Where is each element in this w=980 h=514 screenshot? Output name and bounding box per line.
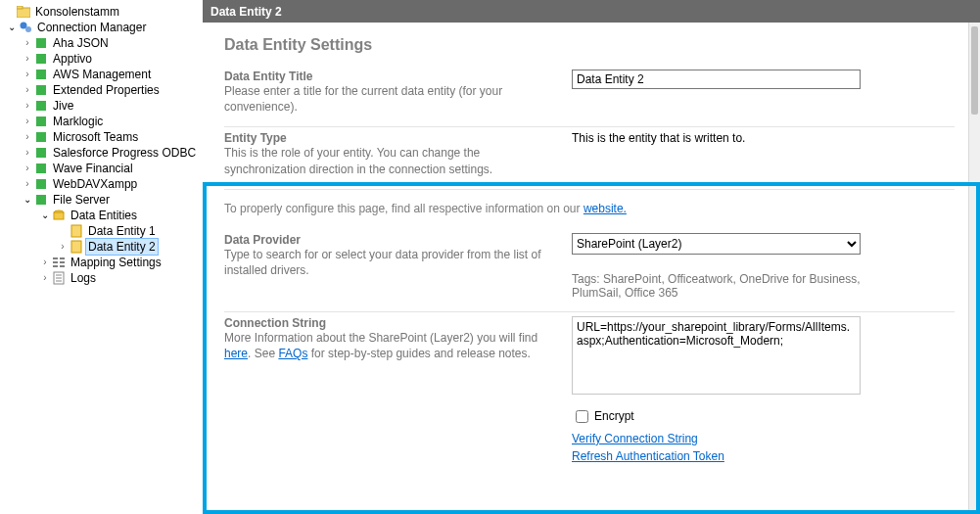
tree-item-label: Apptivo bbox=[51, 51, 92, 67]
puzzle-icon bbox=[33, 145, 49, 161]
faqs-link[interactable]: FAQs bbox=[278, 347, 307, 360]
tree-item-data-entities[interactable]: ⌄ Data Entities bbox=[2, 208, 203, 223]
svg-rect-9 bbox=[36, 117, 46, 126]
tree-item[interactable]: ›Salesforce Progress ODBC bbox=[2, 145, 203, 161]
svg-rect-8 bbox=[36, 101, 46, 111]
panel-title-bar: Data Entity 2 bbox=[203, 0, 980, 23]
entity-type-value: This is the entity that is written to. bbox=[572, 131, 745, 145]
expander-icon[interactable]: › bbox=[22, 129, 33, 145]
svg-rect-11 bbox=[36, 148, 46, 158]
field-connection-string: Connection String More Information about… bbox=[224, 312, 955, 475]
field-label: Connection String bbox=[224, 316, 556, 330]
svg-rect-16 bbox=[54, 212, 64, 219]
main-panel: Data Entity 2 Data Entity Settings Data … bbox=[203, 0, 980, 514]
panel-title: Data Entity 2 bbox=[210, 5, 282, 19]
tree-item[interactable]: ›Aha JSON bbox=[2, 35, 203, 51]
expander-icon[interactable]: ⌄ bbox=[39, 208, 51, 223]
info-text: To properly configure this page, find al… bbox=[224, 202, 583, 215]
tree-item[interactable]: ›Microsoft Teams bbox=[2, 129, 203, 145]
provider-tags: Tags: SharePoint, Officeatwork, OneDrive… bbox=[572, 272, 865, 300]
svg-rect-6 bbox=[36, 70, 46, 79]
tree-item-label: Aha JSON bbox=[51, 35, 109, 51]
desc-text: More Information about the SharePoint (L… bbox=[224, 331, 537, 345]
tree-item[interactable]: ›Marklogic bbox=[2, 114, 203, 129]
tree-item-logs[interactable]: › Logs bbox=[2, 270, 203, 286]
expander-icon[interactable]: › bbox=[22, 161, 33, 176]
tree-item-label: Data Entity 1 bbox=[86, 223, 156, 239]
expander-icon[interactable]: › bbox=[22, 67, 33, 82]
here-link[interactable]: here bbox=[224, 347, 248, 360]
entity-icon bbox=[69, 239, 84, 255]
expander-icon[interactable]: ⌄ bbox=[6, 20, 18, 35]
tree-item-file-server[interactable]: ⌄ File Server bbox=[2, 192, 203, 208]
tree-item-mapping-settings[interactable]: › Mapping Settings bbox=[2, 255, 203, 270]
puzzle-icon bbox=[33, 35, 49, 51]
puzzle-icon bbox=[33, 98, 49, 114]
tree-item-label: Microsoft Teams bbox=[51, 129, 138, 145]
tree-item-label: Jive bbox=[51, 98, 73, 114]
tree-item[interactable]: ›Jive bbox=[2, 98, 203, 114]
tree-item-label: Marklogic bbox=[51, 114, 103, 129]
tree-item[interactable]: ›WebDAVXampp bbox=[2, 176, 203, 192]
puzzle-icon bbox=[33, 67, 49, 82]
tree-item[interactable]: ›AWS Management bbox=[2, 67, 203, 82]
verify-connection-link[interactable]: Verify Connection String bbox=[572, 432, 698, 445]
puzzle-icon bbox=[33, 161, 49, 176]
tree-item-label: Extended Properties bbox=[51, 82, 160, 98]
expander-icon[interactable]: › bbox=[22, 98, 33, 114]
expander-icon[interactable]: › bbox=[22, 176, 33, 192]
entity-title-input[interactable] bbox=[572, 70, 861, 89]
mapping-icon bbox=[51, 255, 67, 270]
svg-rect-5 bbox=[36, 54, 46, 64]
desc-text: . See bbox=[248, 347, 278, 360]
puzzle-icon bbox=[33, 129, 49, 145]
field-data-provider: Data Provider Type to search for or sele… bbox=[224, 229, 955, 312]
tree-item[interactable]: ›Apptivo bbox=[2, 51, 203, 67]
field-data-entity-title: Data Entity Title Please enter a title f… bbox=[224, 66, 955, 127]
scrollbar[interactable] bbox=[968, 23, 980, 514]
puzzle-icon bbox=[33, 176, 49, 192]
entity-icon bbox=[69, 223, 84, 239]
section-title: Data Entity Settings bbox=[224, 36, 955, 54]
puzzle-icon bbox=[33, 51, 49, 67]
connection-string-textarea[interactable] bbox=[572, 316, 861, 395]
expander-icon[interactable]: › bbox=[39, 255, 51, 270]
svg-rect-4 bbox=[36, 38, 46, 48]
tree-item-data-entity-1[interactable]: Data Entity 1 bbox=[2, 223, 203, 239]
tree-item-connection-manager[interactable]: ⌄ Connection Manager bbox=[2, 20, 203, 35]
desc-text: for step-by-step guides and release note… bbox=[307, 347, 530, 360]
expander-icon[interactable]: › bbox=[22, 51, 33, 67]
website-link[interactable]: website. bbox=[583, 202, 627, 215]
expander-icon[interactable]: › bbox=[57, 239, 69, 255]
expander-icon[interactable]: ⌄ bbox=[22, 192, 33, 208]
expander-icon[interactable]: › bbox=[22, 114, 33, 129]
tree-item[interactable]: ›Wave Financial bbox=[2, 161, 203, 176]
encrypt-checkbox[interactable] bbox=[576, 410, 588, 423]
svg-rect-13 bbox=[36, 179, 46, 189]
svg-rect-17 bbox=[71, 225, 81, 237]
svg-rect-12 bbox=[36, 164, 46, 173]
field-description: Please enter a title for the current dat… bbox=[224, 83, 556, 115]
tree-item-label: Connection Manager bbox=[35, 20, 146, 35]
expander-icon[interactable]: › bbox=[22, 82, 33, 98]
tree-item-label: File Server bbox=[51, 192, 110, 208]
field-description: Type to search for or select your data p… bbox=[224, 247, 556, 278]
expander-icon[interactable]: › bbox=[22, 35, 33, 51]
tree-item-label: Mapping Settings bbox=[69, 255, 162, 270]
tree-item-label: Salesforce Progress ODBC bbox=[51, 145, 196, 161]
data-provider-select[interactable]: SharePoint (Layer2) bbox=[572, 233, 861, 255]
refresh-token-link[interactable]: Refresh Authentication Token bbox=[572, 449, 724, 463]
svg-point-3 bbox=[25, 26, 31, 32]
tree-item-data-entity-2[interactable]: › Data Entity 2 bbox=[2, 239, 203, 255]
logs-icon bbox=[51, 270, 67, 286]
expander-icon[interactable]: › bbox=[22, 145, 33, 161]
svg-rect-10 bbox=[36, 132, 46, 142]
tree-root[interactable]: Konsolenstamm bbox=[2, 4, 203, 20]
gear-cluster-icon bbox=[18, 20, 33, 35]
svg-rect-18 bbox=[71, 241, 81, 253]
tree-root-label: Konsolenstamm bbox=[33, 4, 119, 20]
tree-item[interactable]: ›Extended Properties bbox=[2, 82, 203, 98]
expander-icon[interactable]: › bbox=[39, 270, 51, 286]
tree-item-label: Wave Financial bbox=[51, 161, 133, 176]
encrypt-label: Encrypt bbox=[594, 409, 634, 423]
